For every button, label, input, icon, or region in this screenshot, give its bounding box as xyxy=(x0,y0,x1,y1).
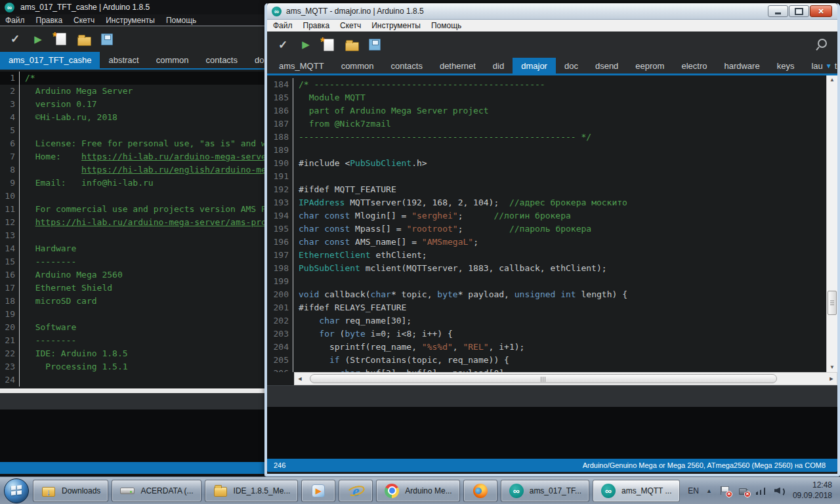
code-editor[interactable]: 184/* ----------------------------------… xyxy=(267,75,826,372)
taskbar-button-ide-folder[interactable]: IDE_1.8.5_Me... xyxy=(205,480,299,502)
line-number: 187 xyxy=(267,117,293,131)
close-button[interactable]: ✕ xyxy=(810,5,832,17)
menu-Файл[interactable]: Файл xyxy=(5,16,25,25)
network-signal-icon[interactable] xyxy=(756,486,767,495)
menu-Инструменты[interactable]: Инструменты xyxy=(371,21,421,30)
tab-label: did xyxy=(493,61,504,71)
open-button[interactable] xyxy=(345,37,359,52)
window-title: ams_MQTT - dmajor.ino | Arduino 1.8.5 xyxy=(286,7,424,16)
horizontal-scroll-thumb[interactable] xyxy=(310,374,777,383)
serial-monitor-icon[interactable] xyxy=(815,37,830,52)
line-number: 194 xyxy=(267,209,293,222)
titlebar[interactable]: ∞ ams_MQTT - dmajor.ino | Arduino 1.8.5 … xyxy=(267,3,837,20)
vertical-scroll-thumb[interactable] xyxy=(828,291,837,315)
new-sketch-button[interactable] xyxy=(54,32,68,47)
taskbar-button-media-player[interactable] xyxy=(301,480,335,502)
maximize-button[interactable] xyxy=(789,5,809,17)
taskbar-button-chrome[interactable]: Arduino Me... xyxy=(376,480,459,502)
remove-hardware-icon[interactable]: ✕ xyxy=(738,486,749,496)
vertical-scrollbar[interactable]: ▲ ▼ xyxy=(826,75,837,372)
tab-dethernet[interactable]: dethernet xyxy=(431,58,484,74)
menu-Скетч[interactable]: Скетч xyxy=(74,16,94,25)
scroll-left-icon[interactable]: ◄ xyxy=(295,375,305,382)
tab-label: hardware xyxy=(724,61,759,71)
taskbar-button-internet-explorer[interactable] xyxy=(339,480,373,502)
code-text xyxy=(20,308,25,321)
taskbar-button-downloads[interactable]: Downloads xyxy=(33,480,108,502)
menu-Помощь[interactable]: Помощь xyxy=(166,16,196,25)
code-text xyxy=(20,229,25,242)
code-text: License: Free for personal use, "as is" … xyxy=(20,137,287,150)
volume-icon[interactable] xyxy=(774,486,786,496)
tab-label: common xyxy=(341,61,374,71)
code-text: Arduino Mega Server xyxy=(20,85,133,98)
line-number: 19 xyxy=(0,308,20,321)
upload-button[interactable]: ▶ xyxy=(31,32,45,47)
code-text: PubSubClient mclient(MQTTserver, 1883, c… xyxy=(293,262,607,275)
scroll-up-icon[interactable]: ▲ xyxy=(827,75,837,85)
scroll-down-icon[interactable]: ▼ xyxy=(827,363,837,372)
tab-keys[interactable]: keys xyxy=(768,58,803,74)
upload-button[interactable]: ▶ xyxy=(299,37,313,52)
verify-button[interactable]: ✓ xyxy=(276,37,290,52)
menu-Правка[interactable]: Правка xyxy=(36,16,63,25)
show-hidden-icons-icon[interactable]: ▲ xyxy=(706,488,712,494)
verify-button[interactable]: ✓ xyxy=(8,32,22,47)
tab-lau[interactable]: lau▼t xyxy=(803,58,840,74)
code-text: Module MQTT xyxy=(293,91,366,104)
tab-ams_017_TFT_cashe[interactable]: ams_017_TFT_cashe xyxy=(0,52,100,68)
tab-ams_MQTT[interactable]: ams_MQTT xyxy=(270,58,333,74)
line-number: 24 xyxy=(0,373,20,387)
menu-Файл[interactable]: Файл xyxy=(273,21,293,30)
line-number: 18 xyxy=(0,295,20,308)
action-center-flag-icon[interactable]: ✕ xyxy=(719,486,730,496)
taskbar-button-label: Downloads xyxy=(62,486,100,495)
line-number: 8 xyxy=(0,163,20,177)
tab-common[interactable]: common xyxy=(148,52,198,68)
tab-hardware[interactable]: hardware xyxy=(715,58,768,74)
clock[interactable]: 12:48 09.09.2018 xyxy=(793,480,832,501)
line-number: 204 xyxy=(267,341,293,354)
menu-Инструменты[interactable]: Инструменты xyxy=(106,16,155,25)
arduino-logo-icon: ∞ xyxy=(272,7,282,16)
open-button[interactable] xyxy=(77,32,91,47)
menu-Скетч[interactable]: Скетч xyxy=(340,21,361,30)
scroll-right-icon[interactable]: ► xyxy=(826,375,837,382)
tab-dsend[interactable]: dsend xyxy=(587,58,627,74)
tab-contacts[interactable]: contacts xyxy=(382,58,430,74)
save-button[interactable] xyxy=(100,32,114,47)
menu-Помощь[interactable]: Помощь xyxy=(431,21,461,30)
menu-Правка[interactable]: Правка xyxy=(303,21,330,30)
taskbar-button-arduino-ams-mqtt[interactable]: ams_MQTT ... xyxy=(593,480,679,502)
tab-abstract[interactable]: abstract xyxy=(100,52,147,68)
taskbar-button-acerdata[interactable]: ACERDATA (... xyxy=(112,480,201,502)
line-number: 188 xyxy=(267,131,293,144)
new-sketch-button[interactable] xyxy=(322,37,336,52)
tab-overflow-dropdown-icon[interactable]: ▼ xyxy=(826,62,832,70)
tab-doc[interactable]: doc xyxy=(556,58,587,74)
line-number: 7 xyxy=(0,150,20,163)
horizontal-scrollbar[interactable]: ◄ ► xyxy=(294,372,837,385)
code-text: #ifdef MQTT_FEATURE xyxy=(293,183,396,196)
tab-eeprom[interactable]: eeprom xyxy=(627,58,673,74)
save-button[interactable] xyxy=(368,37,382,52)
tab-dmajor[interactable]: dmajor xyxy=(513,58,556,74)
tab-label: abstract xyxy=(108,55,138,65)
code-text: IDE: Arduino 1.8.5 xyxy=(20,347,128,360)
start-button[interactable] xyxy=(4,478,29,503)
taskbar-button-firefox[interactable] xyxy=(463,480,497,502)
language-indicator[interactable]: EN xyxy=(688,486,699,495)
tab-label: contacts xyxy=(206,55,238,65)
line-number: 6 xyxy=(0,137,20,150)
taskbar-button-label: ams_017_TF... xyxy=(530,486,581,495)
sketch-tabbar: ams_MQTTcommoncontactsdethernetdiddmajor… xyxy=(267,58,837,75)
minimize-button[interactable] xyxy=(768,5,788,17)
tab-common[interactable]: common xyxy=(333,58,383,74)
drive-icon xyxy=(119,483,135,499)
code-text xyxy=(20,124,25,137)
tab-did[interactable]: did xyxy=(484,58,513,74)
taskbar-button-arduino-ams-017[interactable]: ams_017_TF... xyxy=(501,480,589,502)
tab-contacts[interactable]: contacts xyxy=(198,52,246,68)
folder-icon xyxy=(213,483,228,499)
tab-electro[interactable]: electro xyxy=(673,58,715,74)
